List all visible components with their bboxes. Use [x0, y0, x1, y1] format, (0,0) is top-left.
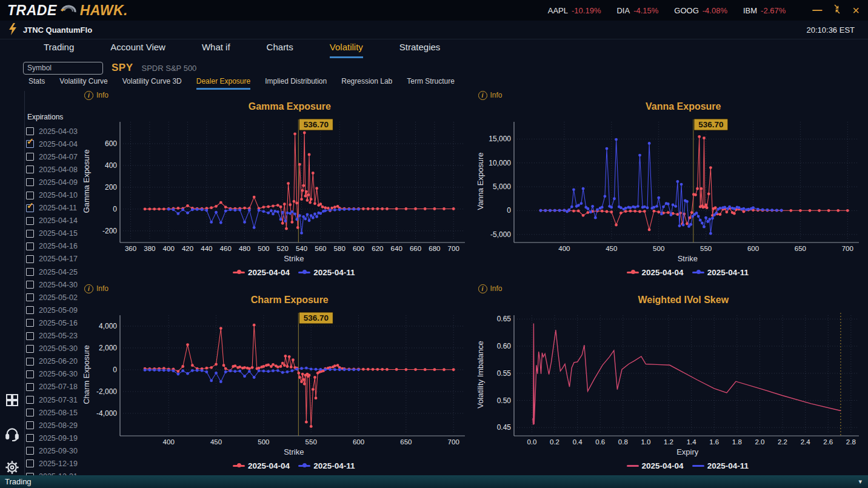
expiration-checkbox-row[interactable]: ✓2025-04-03: [26, 125, 82, 138]
ticker-quote[interactable]: DIA-4.15%: [616, 6, 658, 15]
expiration-checkbox-row[interactable]: ✓2025-04-09: [26, 176, 82, 189]
restore-button[interactable]: [832, 4, 843, 17]
vanna-exposure-chart[interactable]: 400450500550600650700-5,00005,00010,0001…: [475, 116, 868, 254]
ticker-quote[interactable]: IBM-2.67%: [743, 6, 786, 15]
status-bar[interactable]: Trading ▾: [0, 475, 868, 488]
legend-item[interactable]: 2025-04-04: [233, 461, 290, 470]
ticker-quote[interactable]: AAPL-10.19%: [548, 6, 601, 15]
support-headset-icon[interactable]: [4, 426, 20, 444]
info-button[interactable]: i Info: [84, 284, 109, 293]
subtab-stats[interactable]: Stats: [28, 75, 45, 90]
checkbox[interactable]: ✓: [26, 293, 34, 301]
checkbox[interactable]: ✓: [26, 165, 34, 173]
legend-item[interactable]: 2025-04-11: [298, 461, 355, 470]
checkbox[interactable]: ✓: [26, 396, 34, 404]
expiration-checkbox-row[interactable]: ✓2025-05-16: [26, 316, 82, 329]
expiration-checkbox-row[interactable]: ✓2025-04-10: [26, 189, 82, 201]
symbol-input[interactable]: [23, 62, 103, 75]
legend-item[interactable]: 2025-04-04: [627, 268, 684, 277]
tab-what-if[interactable]: What if: [202, 40, 230, 58]
ticker-quote[interactable]: GOOG-4.08%: [674, 6, 727, 15]
checkbox[interactable]: ✓: [26, 255, 34, 263]
checkbox[interactable]: ✓: [26, 140, 34, 148]
expiration-checkbox-row[interactable]: ✓2025-06-20: [26, 355, 82, 368]
apps-grid-icon[interactable]: [5, 393, 19, 410]
subtab-term-structure[interactable]: Term Structure: [407, 75, 455, 90]
expiration-checkbox-row[interactable]: ✓2025-04-16: [26, 240, 82, 253]
checkbox[interactable]: ✓: [26, 370, 34, 378]
expiration-checkbox-row[interactable]: ✓2025-04-11: [26, 202, 82, 215]
svg-text:-200: -200: [102, 227, 117, 235]
subtab-dealer-exposure[interactable]: Dealer Exposure: [196, 75, 250, 90]
checkbox[interactable]: ✓: [26, 217, 34, 225]
tab-account-view[interactable]: Account View: [110, 40, 165, 58]
expiration-checkbox-row[interactable]: ✓2025-05-09: [26, 304, 82, 316]
expiration-checkbox-row[interactable]: ✓2025-08-29: [26, 419, 82, 432]
tab-strategies[interactable]: Strategies: [399, 40, 441, 58]
expiration-checkbox-row[interactable]: ✓2025-05-23: [26, 330, 82, 343]
gamma-exposure-chart[interactable]: 3603804004204404604805005205405605806006…: [81, 116, 475, 254]
checkbox[interactable]: ✓: [26, 421, 34, 429]
tab-volatility[interactable]: Volatility: [330, 40, 363, 58]
subtab-regression-lab[interactable]: Regression Lab: [341, 75, 392, 90]
checkbox[interactable]: ✓: [26, 319, 34, 327]
info-button[interactable]: i Info: [478, 91, 502, 100]
checkbox[interactable]: ✓: [26, 178, 34, 186]
svg-text:0: 0: [113, 205, 117, 213]
expiration-checkbox-row[interactable]: ✓2025-06-30: [26, 368, 82, 381]
subtab-implied-distribution[interactable]: Implied Distribution: [265, 75, 327, 90]
legend-item[interactable]: 2025-04-11: [298, 268, 355, 277]
expiration-checkbox-row[interactable]: ✓2025-09-30: [26, 444, 82, 457]
expiration-checkbox-row[interactable]: ✓2025-04-30: [26, 278, 82, 291]
checkbox[interactable]: ✓: [26, 332, 34, 340]
checkbox[interactable]: ✓: [26, 306, 34, 314]
info-button[interactable]: i Info: [478, 284, 502, 293]
checkbox[interactable]: ✓: [26, 242, 34, 250]
checkbox[interactable]: ✓: [26, 383, 34, 391]
checkbox[interactable]: ✓: [26, 127, 34, 135]
checkbox[interactable]: ✓: [26, 268, 34, 276]
expiration-checkbox-row[interactable]: ✓2025-05-02: [26, 291, 82, 304]
expiration-checkbox-row[interactable]: ✓2025-04-25: [26, 266, 82, 278]
expiration-checkbox-row[interactable]: ✓2025-04-15: [26, 227, 82, 240]
expiration-checkbox-row[interactable]: ✓2025-04-17: [26, 253, 82, 266]
close-button[interactable]: ×: [852, 6, 860, 15]
expiration-checkbox-row[interactable]: ✓2025-08-15: [26, 406, 82, 419]
expiration-checkbox-row[interactable]: ✓2025-09-19: [26, 432, 82, 444]
checkbox[interactable]: ✓: [26, 447, 34, 455]
expiration-checkbox-row[interactable]: ✓2025-07-31: [26, 393, 82, 406]
checkbox[interactable]: ✓: [26, 192, 34, 199]
expiration-checkbox-row[interactable]: ✓2025-07-18: [26, 381, 82, 393]
subtab-volatility-curve-3d[interactable]: Volatility Curve 3D: [122, 75, 182, 90]
charm-exposure-chart[interactable]: 400450500550600650700-4,000-2,00002,0004…: [81, 309, 475, 447]
checkbox[interactable]: ✓: [26, 409, 34, 416]
tab-charts[interactable]: Charts: [267, 40, 293, 58]
checkbox[interactable]: ✓: [26, 204, 34, 212]
svg-text:600: 600: [105, 139, 117, 148]
expiration-checkbox-row[interactable]: ✓2025-05-30: [26, 343, 82, 355]
expiration-checkbox-row[interactable]: ✓2025-04-04: [26, 138, 82, 150]
checkbox[interactable]: ✓: [26, 281, 34, 289]
ivol-skew-chart[interactable]: 0.00.20.40.60.81.01.21.41.61.82.02.22.42…: [475, 309, 868, 447]
svg-text:Vanna Exposure: Vanna Exposure: [476, 152, 485, 210]
expiration-checkbox-row[interactable]: ✓2025-04-08: [26, 163, 82, 176]
checkbox[interactable]: ✓: [26, 345, 34, 353]
subtab-volatility-curve[interactable]: Volatility Curve: [59, 75, 107, 90]
status-caret-icon[interactable]: ▾: [858, 478, 862, 486]
tab-trading[interactable]: Trading: [44, 40, 74, 58]
status-label: Trading: [5, 477, 32, 486]
expiration-checkbox-row[interactable]: ✓2025-12-19: [26, 457, 82, 470]
info-button[interactable]: i Info: [84, 91, 109, 100]
checkbox[interactable]: ✓: [26, 434, 34, 442]
legend-item[interactable]: 2025-04-11: [692, 461, 749, 470]
minimize-button[interactable]: —: [812, 5, 822, 16]
legend-item[interactable]: 2025-04-11: [692, 268, 749, 277]
legend-item[interactable]: 2025-04-04: [627, 461, 684, 470]
legend-item[interactable]: 2025-04-04: [233, 268, 290, 277]
checkbox[interactable]: ✓: [26, 230, 34, 238]
expiration-checkbox-row[interactable]: ✓2025-04-14: [26, 215, 82, 227]
checkbox[interactable]: ✓: [26, 153, 34, 161]
checkbox[interactable]: ✓: [26, 460, 34, 467]
expiration-checkbox-row[interactable]: ✓2025-04-07: [26, 150, 82, 163]
checkbox[interactable]: ✓: [26, 358, 34, 366]
